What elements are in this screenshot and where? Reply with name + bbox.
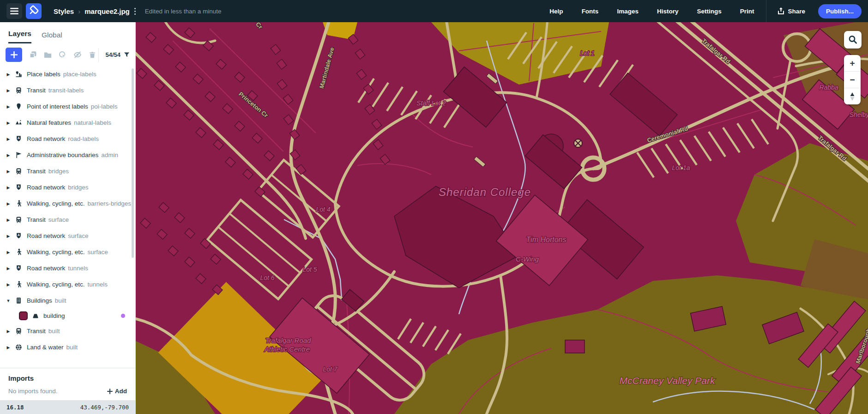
menu-help[interactable]: Help xyxy=(540,8,572,15)
caret-right-icon[interactable]: ▶ xyxy=(6,104,11,109)
caret-right-icon[interactable]: ▶ xyxy=(6,234,11,238)
map-label: McCraney Valley Park xyxy=(620,375,716,386)
layer-id: road-labels xyxy=(68,135,99,142)
add-import-button[interactable]: Add xyxy=(107,388,127,395)
layer-id: transit-labels xyxy=(48,87,84,94)
land-water-icon xyxy=(15,344,23,351)
map-label: Athletic Centre xyxy=(264,345,310,353)
map-search-control[interactable] xyxy=(844,31,862,49)
layer-list: ▶Place labelsplace-labels▶Transittransit… xyxy=(0,66,135,355)
topbar-menu: Help Fonts Images History Settings Print… xyxy=(540,0,862,22)
paint-roller-icon xyxy=(26,3,42,19)
caret-right-icon[interactable]: ▶ xyxy=(6,282,11,287)
map-label: Tim Hortons xyxy=(526,236,567,244)
layer-row-road-labels[interactable]: ▶ARoad networkroad-labels xyxy=(0,131,135,147)
caret-right-icon[interactable]: ▶ xyxy=(6,121,11,125)
fill-type-icon xyxy=(32,312,39,320)
caret-right-icon[interactable]: ▶ xyxy=(6,250,11,255)
select-feature-button[interactable] xyxy=(59,51,66,59)
caret-right-icon[interactable]: ▶ xyxy=(6,201,11,206)
layer-row-tunnels[interactable]: ▶Walking, cycling, etc.tunnels xyxy=(0,276,135,292)
coordinates-readout: 43.469,-79.700 xyxy=(80,404,129,411)
menu-button[interactable] xyxy=(6,3,22,19)
caret-right-icon[interactable]: ▶ xyxy=(6,185,11,190)
layer-row-built[interactable]: ▼Buildingsbuilt xyxy=(0,292,135,309)
caret-right-icon[interactable]: ▶ xyxy=(6,329,11,334)
menu-images[interactable]: Images xyxy=(608,8,648,15)
layer-row-bridges[interactable]: ▶Transitbridges xyxy=(0,163,135,179)
duplicate-layer-button[interactable] xyxy=(29,51,37,59)
caret-right-icon[interactable]: ▶ xyxy=(6,137,11,141)
layer-row-admin[interactable]: ▶Administrative boundariesadmin xyxy=(0,147,135,163)
menu-history[interactable]: History xyxy=(648,8,688,15)
breadcrumb-styles[interactable]: Styles xyxy=(54,7,74,15)
zoom-in-button[interactable]: + xyxy=(844,55,861,72)
menu-fonts[interactable]: Fonts xyxy=(573,8,608,15)
layer-name: Place labels xyxy=(27,71,60,78)
map-label: Lot 1a xyxy=(672,164,690,171)
add-import-label: Add xyxy=(115,388,127,395)
breadcrumb-separator: › xyxy=(78,7,80,15)
map-canvas[interactable]: Sheridan CollegeTim HortonsC-WingLot 1St… xyxy=(136,22,868,414)
compass-button[interactable] xyxy=(844,88,861,104)
publish-button[interactable]: Publish... xyxy=(818,4,862,18)
layer-row-transit-labels[interactable]: ▶Transittransit-labels xyxy=(0,82,135,98)
filter-icon[interactable] xyxy=(124,52,130,58)
layer-row-surface[interactable]: ▶Transitsurface xyxy=(0,212,135,228)
modified-indicator-dot xyxy=(121,314,125,318)
caret-right-icon[interactable]: ▶ xyxy=(6,72,11,77)
fill-color-swatch[interactable] xyxy=(19,311,28,320)
layer-id: surface xyxy=(68,232,88,239)
delete-layer-button[interactable] xyxy=(89,51,96,59)
group-layers-button[interactable] xyxy=(44,51,52,59)
caret-right-icon[interactable]: ▶ xyxy=(6,345,11,350)
sublayer-row-building[interactable]: building xyxy=(0,309,135,323)
caret-right-icon[interactable]: ▶ xyxy=(6,153,11,158)
sidebar-scrollbar[interactable] xyxy=(132,68,134,258)
layer-row-surface[interactable]: ▶ARoad networksurface xyxy=(0,228,135,244)
layer-row-built[interactable]: ▶Transitbuilt xyxy=(0,323,135,339)
layer-row-barriers-bridges[interactable]: ▶Walking, cycling, etc.barriers-bridges xyxy=(0,195,135,212)
add-layer-button[interactable] xyxy=(6,48,22,62)
sublayer-name: building xyxy=(43,312,65,319)
layer-row-tunnels[interactable]: ▶ARoad networktunnels xyxy=(0,260,135,276)
caret-right-icon[interactable]: ▶ xyxy=(6,169,11,174)
walking-icon xyxy=(15,281,23,288)
svg-text:A: A xyxy=(18,185,20,188)
caret-right-icon[interactable]: ▶ xyxy=(6,88,11,93)
layer-name: Buildings xyxy=(27,297,52,304)
share-button[interactable]: Share xyxy=(769,7,814,15)
style-options-kebab[interactable] xyxy=(134,8,136,15)
transit-icon xyxy=(15,216,23,224)
tab-global[interactable]: Global xyxy=(42,31,62,43)
studio-home-button[interactable] xyxy=(26,3,42,19)
tab-layers[interactable]: Layers xyxy=(8,30,31,43)
layer-row-poi-labels[interactable]: ▶Point of interest labelspoi-labels xyxy=(0,98,135,115)
layer-name: Transit xyxy=(27,328,46,335)
layer-row-built[interactable]: ▶Land & waterbuilt xyxy=(0,339,135,355)
layer-row-place-labels[interactable]: ▶Place labelsplace-labels xyxy=(0,66,135,82)
zoom-out-button[interactable]: − xyxy=(844,72,861,88)
place-labels-icon xyxy=(15,71,23,78)
caret-down-icon[interactable]: ▼ xyxy=(6,298,11,303)
walking-icon xyxy=(15,200,23,207)
layer-row-natural-labels[interactable]: ▶Natural featuresnatural-labels xyxy=(0,115,135,131)
caret-right-icon[interactable]: ▶ xyxy=(6,218,11,222)
mapbox-studio-app: Styles › marquee2.jpg Edited in less tha… xyxy=(0,0,868,414)
imports-empty-text: No imports found. xyxy=(8,388,58,395)
map-label: Sheridan College xyxy=(439,186,531,198)
road-icon: A xyxy=(15,265,23,272)
menu-print[interactable]: Print xyxy=(731,8,764,15)
layer-row-surface[interactable]: ▶Walking, cycling, etc.surface xyxy=(0,244,135,260)
natural-icon xyxy=(15,119,23,127)
layer-id: surface xyxy=(88,249,108,256)
caret-right-icon[interactable]: ▶ xyxy=(6,266,11,271)
layer-row-bridges[interactable]: ▶ARoad networkbridges xyxy=(0,179,135,195)
layer-name: Road network xyxy=(27,135,65,142)
layer-name: Walking, cycling, etc. xyxy=(27,281,85,288)
svg-text:A: A xyxy=(18,233,20,237)
layer-id: surface xyxy=(48,216,69,223)
layer-id: admin xyxy=(101,152,118,158)
hide-layer-button[interactable] xyxy=(73,51,82,59)
menu-settings[interactable]: Settings xyxy=(687,8,730,15)
